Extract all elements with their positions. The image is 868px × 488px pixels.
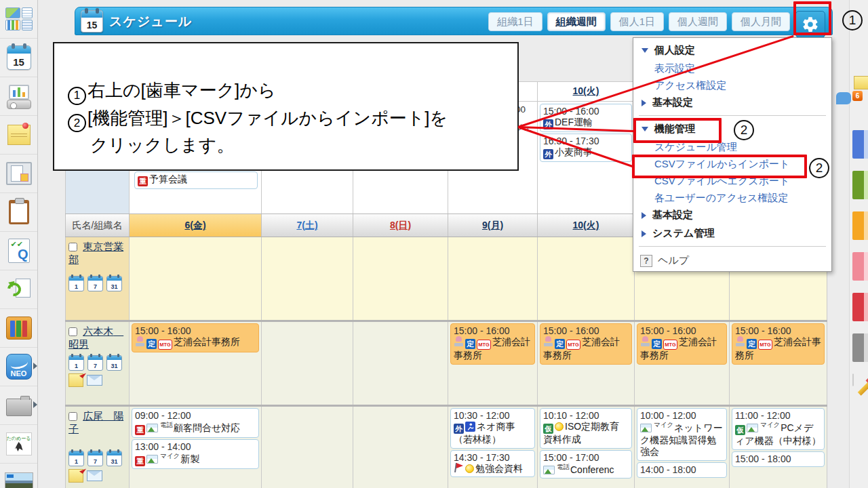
day-header-fri[interactable]: 6(金) — [184, 220, 205, 232]
menu-item-display-settings[interactable]: 表示設定 — [633, 60, 831, 77]
day-header-mon[interactable]: 9(月) — [482, 220, 503, 232]
event-pc-media[interactable]: 11:00 - 12:00仮マイクPCメディア機器（中村様） — [732, 408, 825, 450]
day-view-icon[interactable]: 1 — [68, 355, 84, 371]
row-select-checkbox[interactable] — [68, 412, 77, 421]
event-shibaura[interactable]: 15:00 - 16:00定MTG芝浦会計事務所 — [637, 323, 727, 365]
schedule-cell[interactable] — [129, 237, 261, 320]
day-header-link[interactable]: 10(火) — [573, 85, 599, 98]
sidebar-item-presentation[interactable] — [0, 77, 37, 116]
schedule-calendar-icon: 15 — [7, 45, 31, 70]
schedule-cell[interactable]: 10:30 - 12:00外ネオ商事（若林様） 14:30 - 17:30勉強会… — [448, 407, 537, 488]
menu-section-basic-settings[interactable]: 基本設定 — [633, 94, 831, 112]
schedule-cell[interactable]: 15:00 - 16:00定MTG芝浦会計事務所 — [729, 322, 827, 405]
row-select-checkbox[interactable] — [68, 327, 77, 336]
event-shibaura[interactable]: 15:00 - 16:00定MTG芝浦会計事務所 — [132, 323, 259, 352]
color-label-orange[interactable] — [852, 211, 868, 240]
month-view-icon[interactable]: 31 — [106, 355, 122, 371]
sidebar-item-folder[interactable] — [0, 386, 37, 425]
sidebar-item-neo[interactable]: NEO — [0, 348, 37, 386]
schedule-cell[interactable] — [261, 237, 353, 320]
sidebar-item-portal[interactable] — [0, 0, 37, 39]
send-mail-icon[interactable] — [87, 375, 102, 386]
schedule-cell[interactable] — [353, 237, 448, 320]
menu-item-user-access-rights[interactable]: 各ユーザーのアクセス権設定 — [633, 189, 831, 206]
pencil-icon — [852, 373, 854, 386]
menu-item-help[interactable]: ?ヘルプ — [633, 251, 831, 270]
sidebar-item-workflow[interactable] — [0, 270, 37, 309]
edit-labels-button[interactable] — [852, 374, 854, 386]
event-afternoon[interactable]: 15:00 - 18:00 — [732, 451, 825, 467]
sidebar-item-clipboard[interactable] — [0, 193, 37, 232]
schedule-cell[interactable]: 15:00 - 16:00定MTG芝浦会計事務所 — [448, 322, 537, 405]
day-header-sun[interactable]: 8(日) — [390, 220, 411, 232]
event-customer-support[interactable]: 09:00 - 12:00重電話顧客問合せ対応 — [132, 408, 259, 438]
schedule-cell[interactable]: 09:00 - 12:00重電話顧客問合せ対応 13:00 - 14:00重マイ… — [129, 407, 261, 488]
color-label-gray[interactable] — [852, 333, 868, 362]
tab-personal-month[interactable]: 個人月間 — [732, 12, 790, 31]
event-afternoon[interactable]: 14:00 - 18:00 — [637, 462, 727, 478]
tab-org-week[interactable]: 組織週間 — [547, 12, 606, 31]
menu-section-basic-settings-admin[interactable]: 基本設定 — [633, 206, 831, 224]
day-header-tue[interactable]: 10(火) — [573, 220, 599, 232]
sidebar-item-cabinet[interactable] — [0, 309, 37, 348]
event-study-materials[interactable]: 14:30 - 17:30勉強会資料 — [450, 450, 535, 478]
sidebar-item-bulletin[interactable] — [0, 155, 37, 193]
row-select-checkbox[interactable] — [68, 243, 77, 251]
color-label-green[interactable] — [852, 171, 868, 199]
fixed-badge: 定 — [146, 339, 157, 349]
expand-arrow-icon[interactable] — [33, 401, 37, 408]
day-view-icon[interactable]: 1 — [68, 451, 84, 466]
lightbulb-icon — [555, 422, 564, 431]
event-shibaura[interactable]: 15:00 - 16:00定MTG芝浦会計事務所 — [450, 323, 535, 365]
day-header-sat[interactable]: 7(土) — [296, 220, 317, 232]
important-badge: 重 — [138, 176, 148, 186]
schedule-cell[interactable]: 10:10 - 12:00仮ISO定期教育資料作成 15:00 - 17:00電… — [537, 407, 634, 488]
schedule-cell[interactable]: 15:00 - 16:00定MTG芝浦会計事務所 — [634, 322, 729, 405]
expand-arrow-icon[interactable] — [33, 363, 37, 369]
sidebar-item-memo[interactable] — [0, 116, 37, 155]
right-toolbar: 6 — [849, 0, 868, 488]
event-budget-meeting[interactable]: 重予算会議 — [134, 171, 258, 189]
schedule-app-icon: 15 — [81, 10, 103, 33]
document-cabinet-icon — [6, 317, 32, 340]
schedule-cell[interactable] — [353, 407, 448, 488]
color-label-pink[interactable] — [852, 252, 868, 281]
color-label-red[interactable] — [852, 293, 868, 321]
sidebar-item-schedule[interactable]: 15 — [0, 39, 37, 77]
schedule-cell[interactable]: 15:00 - 16:00定MTG芝浦会計事務所 — [129, 322, 261, 405]
month-view-icon[interactable]: 31 — [106, 451, 122, 466]
tab-personal-week[interactable]: 個人週間 — [669, 12, 727, 31]
event-new-product[interactable]: 13:00 - 14:00重マイク新製 — [132, 439, 259, 469]
send-mail-icon[interactable] — [87, 470, 102, 481]
schedule-cell[interactable]: 15:00 - 16:00定MTG芝浦会計事務所 — [537, 322, 634, 405]
add-memo-icon[interactable] — [68, 469, 83, 483]
sidebar-item-banner[interactable] — [0, 464, 37, 488]
event-network-study[interactable]: 10:00 - 12:00マイクネットワーク機器知識習得勉強会 — [637, 408, 727, 461]
week-view-icon[interactable]: 7 — [87, 355, 103, 371]
event-iso-training[interactable]: 10:10 - 12:00仮ISO定期教育資料作成 — [540, 408, 632, 449]
schedule-cell[interactable] — [261, 407, 353, 488]
tab-org-day[interactable]: 組織1日 — [488, 12, 542, 31]
color-label-blue[interactable] — [852, 130, 868, 159]
sidebar-item-tanomail[interactable]: たのめーる — [0, 425, 37, 464]
month-view-icon[interactable]: 31 — [106, 276, 122, 291]
event-shibaura[interactable]: 15:00 - 16:00定MTG芝浦会計事務所 — [732, 323, 825, 365]
schedule-cell[interactable]: 11:00 - 12:00仮マイクPCメディア機器（中村様） 15:00 - 1… — [729, 407, 827, 488]
workflow-icon — [7, 277, 31, 302]
schedule-cell[interactable] — [448, 237, 537, 320]
week-view-icon[interactable]: 7 — [87, 276, 103, 291]
add-memo-icon[interactable] — [68, 373, 83, 387]
week-view-icon[interactable]: 7 — [87, 451, 103, 466]
schedule-cell[interactable]: 10:00 - 12:00マイクネットワーク機器知識習得勉強会 14:00 - … — [634, 407, 729, 488]
sidebar-item-survey[interactable]: ✔✔Q — [0, 232, 37, 270]
day-view-icon[interactable]: 1 — [68, 276, 84, 291]
menu-section-system-management[interactable]: システム管理 — [633, 224, 831, 243]
instruction-annotation-box: 1右上の[歯車マーク]から 2[機能管理]＞[CSVファイルからインポート]を … — [53, 42, 519, 171]
schedule-cell[interactable] — [353, 322, 448, 405]
schedule-cell[interactable] — [261, 322, 353, 405]
event-neo-shoji[interactable]: 10:30 - 12:00外ネオ商事（若林様） — [450, 408, 535, 449]
event-conference-call[interactable]: 15:00 - 17:00電話Conferenc — [540, 450, 632, 479]
tab-personal-day[interactable]: 個人1日 — [610, 12, 664, 31]
event-shibaura[interactable]: 15:00 - 16:00定MTG芝浦会計事務所 — [540, 323, 632, 365]
schedule-cell[interactable] — [537, 237, 634, 320]
